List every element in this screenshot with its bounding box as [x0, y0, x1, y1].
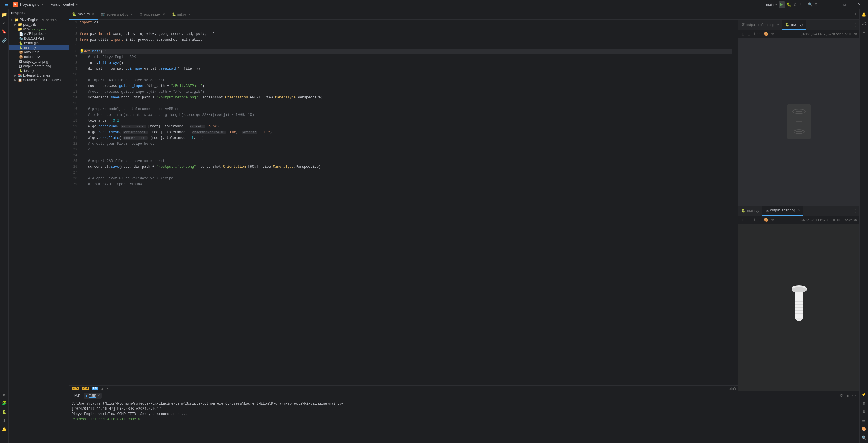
tree-item-outputpxz[interactable]: 📦 output.pxz	[9, 55, 69, 59]
image-tab-mainpy-bottom[interactable]: 🐍 main.py	[738, 206, 763, 216]
tab-label-main-py: main.py	[78, 12, 90, 16]
tree-item-scratches[interactable]: ▶ 📋 Scratches and Consoles	[9, 78, 69, 82]
up-arrow[interactable]: ▲	[101, 387, 104, 390]
bookmarks-icon[interactable]: 🔖	[0, 28, 8, 36]
tree-item-outputglb[interactable]: 📦 output.glb	[9, 50, 69, 55]
code-line-17: # tolerance = min(math_utils.aabb_diag_l…	[80, 112, 732, 118]
run-close-btn[interactable]: ✕	[97, 394, 100, 397]
options-button[interactable]: ⋯	[851, 393, 857, 398]
tree-item-outputafter[interactable]: 🖼 output_after.png	[9, 59, 69, 64]
code-content[interactable]: 12345 678910 1112131415 1617181920 21222…	[69, 20, 738, 385]
tab-close-output-before[interactable]: ✕	[777, 23, 779, 26]
tab-main-py[interactable]: 🐍 main.py ✕	[69, 9, 98, 20]
settings-button[interactable]: ⚙	[814, 2, 818, 7]
maximize-button[interactable]: □	[838, 0, 851, 9]
structure-icon[interactable]: 🔗	[0, 36, 8, 45]
tree-label-outputbefore: output_before.png	[23, 64, 51, 68]
notifications-icon[interactable]: 🔔	[0, 425, 8, 433]
profiler-button[interactable]: ⏱	[793, 2, 797, 7]
tree-label-bolt: Bolt.CATPart	[24, 36, 44, 40]
tree-item-pxzutils[interactable]: ▶ 📁 pxz_utils	[9, 22, 69, 27]
terminal-icon[interactable]: ⬇	[0, 416, 8, 424]
info-btn-bottom[interactable]: ℹ	[753, 217, 755, 223]
tree-item-bolt[interactable]: 🔩 Bolt.CATPart	[9, 36, 69, 41]
code-line-10	[80, 71, 732, 78]
color-picker-top[interactable]: 🎨	[763, 31, 769, 37]
tab-close-init-py[interactable]: ✕	[188, 12, 191, 16]
power-icon[interactable]: ⚡	[860, 390, 868, 398]
edit-btn-top[interactable]: ✏	[771, 31, 775, 37]
folder-icon-scratches: 📋	[18, 78, 22, 82]
code-line-21: algo.tessellate( occurrences: [root], to…	[80, 135, 732, 141]
right-panel-bottom: 🐍 main.py 🖼 output_after.png ✕ ⋮ ⊞	[738, 206, 859, 391]
zoom-icon[interactable]: 🔍	[860, 434, 868, 442]
tree-item-extlibs[interactable]: ▶ 📚 External Libraries	[9, 73, 69, 78]
grid-view-btn-bottom[interactable]: ⊞	[741, 217, 745, 223]
down-arrow[interactable]: ▼	[106, 387, 110, 390]
code-line-18: tolerance = 0.1	[80, 118, 732, 124]
git-icon[interactable]: ⎇	[860, 19, 868, 27]
tab-more-button[interactable]: ⋮	[851, 12, 859, 17]
debug-button[interactable]: 🐛	[786, 2, 791, 7]
tree-item-pixyzengine[interactable]: ▾ 📁 PixyzEngine C:\Users\Laur	[9, 18, 69, 22]
panel-more-top[interactable]: ⋮	[851, 23, 859, 27]
plugins-icon[interactable]: 🧩	[0, 399, 8, 407]
color-picker-bottom[interactable]: 🎨	[763, 217, 769, 223]
indent-down-icon[interactable]: ⬇	[860, 408, 868, 416]
info-btn-top[interactable]: ℹ	[753, 31, 755, 37]
tab-screenshot-py[interactable]: 📷 screenshot.py ✕	[98, 9, 136, 20]
tab-label-mainpy-bottom: main.py	[747, 208, 759, 212]
image-tab-mainpy-top[interactable]: 🐍 main.py	[782, 20, 806, 30]
commit-icon[interactable]: ✔	[0, 19, 8, 27]
indent-icon[interactable]: ⬆	[860, 399, 868, 407]
code-line-5	[80, 43, 732, 49]
tree-item-venv[interactable]: ▾ 📁 venv library root	[9, 27, 69, 31]
minimize-button[interactable]: ─	[824, 0, 837, 9]
actual-size-btn-top[interactable]: ⊡	[747, 31, 751, 37]
image-tab-output-after[interactable]: 🖼 output_after.png ✕	[763, 206, 803, 216]
actual-size-btn-bottom[interactable]: ⊡	[747, 217, 751, 223]
layers-icon[interactable]: ≡	[860, 28, 868, 36]
bottom-panel: Run ● main ✕ ↺ ■ ⋯ C:\Users\LaurentMilon…	[69, 391, 859, 443]
tab-process-py[interactable]: ⚙ process.py ✕	[136, 9, 169, 20]
version-control-label[interactable]: Version control	[51, 3, 73, 7]
tree-label-mainpy: main.py	[24, 46, 36, 50]
tab-close-output-after[interactable]: ✕	[798, 209, 800, 212]
stop-button[interactable]: ■	[845, 393, 850, 398]
list-icon[interactable]: ☰	[860, 416, 868, 424]
project-icon[interactable]: 📁	[0, 10, 8, 19]
tree-item-testpy[interactable]: 🐍 test.py	[9, 68, 69, 73]
tab-close-process-py[interactable]: ✕	[162, 12, 166, 16]
notifications-right-icon[interactable]: 🔔	[860, 10, 868, 19]
bottom-tab-run[interactable]: Run	[71, 392, 83, 399]
tree-item-amf[interactable]: 📄 AMF1-pmi.stp	[9, 31, 69, 36]
code-lines[interactable]: import os from pxz import core, algo, io…	[80, 20, 734, 385]
close-button[interactable]: ✕	[852, 0, 866, 9]
python-icon[interactable]: 🐍	[0, 408, 8, 416]
grid-view-btn-top[interactable]: ⊞	[741, 31, 745, 37]
hamburger-icon[interactable]: ☰	[2, 1, 10, 9]
run-button[interactable]: ▶	[779, 1, 785, 8]
before-image-preview	[782, 104, 816, 139]
rerun-button[interactable]: ↺	[839, 393, 844, 398]
status-function: main()	[727, 387, 736, 390]
tab-close-main-py[interactable]: ✕	[91, 12, 95, 16]
tree-item-mainpy[interactable]: 🐍 main.py	[9, 45, 69, 50]
image-view-top	[738, 38, 859, 205]
edit-btn-bottom[interactable]: ✏	[771, 217, 775, 223]
tab-init-py[interactable]: 🐍 init.py ✕	[169, 9, 194, 20]
more-button[interactable]: ⋮	[799, 2, 802, 7]
panel-more-bottom[interactable]: ⋮	[851, 208, 859, 213]
bottom-tab-main[interactable]: main	[89, 393, 96, 398]
more-left-icon[interactable]: ⋯	[0, 434, 8, 442]
console-line-1: C:\Users\LaurentMilon\PycharmProjects\Pi…	[71, 401, 857, 406]
run-left-icon[interactable]: ▶	[0, 390, 8, 398]
tree-item-outputbefore[interactable]: 🖼 output_before.png	[9, 64, 69, 68]
search-toolbar-button[interactable]: 🔍	[808, 2, 813, 7]
image-tab-output-before[interactable]: 🖼 output_before.png ✕	[738, 20, 782, 30]
palette-icon[interactable]: 🎨	[860, 425, 868, 433]
tree-item-ferrari[interactable]: 🐍 ferrari.glb	[9, 41, 69, 45]
divider: |	[46, 3, 47, 7]
tree-label-venv-lib: library root	[31, 27, 46, 31]
tab-close-screenshot-py[interactable]: ✕	[130, 12, 133, 16]
